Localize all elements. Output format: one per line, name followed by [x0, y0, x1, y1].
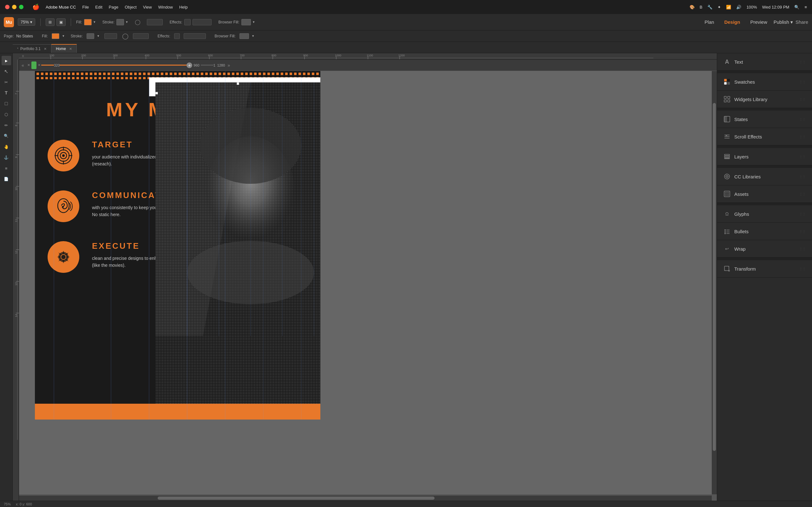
v-scrollbar-thumb[interactable]	[713, 103, 716, 451]
behance-icon: B	[700, 5, 703, 9]
panel-item-glyphs[interactable]: Ω Glyphs ⋮⋮	[717, 205, 812, 223]
svg-text:600: 600	[208, 54, 213, 57]
browser-fill-bar-swatch[interactable]	[240, 33, 249, 39]
panel-item-states[interactable]: States ⋮⋮	[717, 111, 812, 128]
panel-item-assets[interactable]: Assets ⋮⋮	[717, 185, 812, 203]
close-button[interactable]	[5, 5, 9, 9]
pen-tool[interactable]: ✏	[2, 120, 11, 130]
effects-bar-value[interactable]	[184, 33, 206, 39]
panel-item-layers[interactable]: Layers ⋮⋮	[717, 148, 812, 165]
svg-text:200: 200	[81, 54, 86, 57]
ruler-corner	[13, 53, 19, 60]
shape-tool[interactable]: ⬡	[2, 110, 11, 119]
scroll-effects-panel-label: Scroll Effects	[734, 134, 762, 139]
bp-current-1: 1	[213, 63, 215, 67]
publish-btn[interactable]: Publish ▾	[774, 19, 793, 25]
browser-fill-swatch[interactable]	[241, 19, 251, 25]
design-tab[interactable]: Design	[720, 18, 744, 26]
hand-tool[interactable]: 🤚	[2, 142, 11, 152]
fill-bar-dropdown[interactable]: ▾	[62, 34, 64, 38]
browser-fill-dropdown-icon[interactable]: ▾	[253, 20, 255, 24]
zoom-tool[interactable]: 🔍	[2, 131, 11, 141]
effects-group: Effects:	[170, 19, 212, 25]
crop-tool[interactable]: ✂	[2, 77, 11, 87]
horizontal-scrollbar[interactable]	[19, 496, 712, 501]
vertical-scrollbar[interactable]	[712, 60, 717, 494]
states-icon-svg	[724, 116, 730, 122]
creative-cloud-icon: 🎨	[690, 5, 695, 9]
panel-item-widgets-library[interactable]: Widgets Library ⋮⋮	[717, 91, 812, 108]
fill-dropdown-icon[interactable]: ▾	[94, 20, 96, 24]
effects-toggle[interactable]	[184, 19, 191, 25]
maximize-button[interactable]	[19, 5, 23, 9]
effects-value[interactable]	[193, 19, 212, 25]
stroke-bar-width[interactable]	[104, 33, 117, 39]
tab-portfolio[interactable]: * Portfolio 3.1 ✕	[13, 44, 51, 53]
panel-item-scroll-effects[interactable]: Scroll Effects ⋮⋮	[717, 128, 812, 146]
bp-add-breakpoint[interactable]: +	[187, 62, 192, 68]
canvas-scroll-area[interactable]: « ✕ ✕ 320 + 960 1 1280 »	[19, 60, 717, 494]
stroke-bar-dropdown[interactable]: ▾	[97, 34, 99, 38]
stroke-width-input[interactable]	[147, 19, 163, 25]
menu-file[interactable]: File	[82, 5, 89, 9]
bp-item-green[interactable]	[32, 61, 37, 69]
panel-item-transform[interactable]: Transform ⋮⋮	[717, 260, 812, 278]
frame-view-btn[interactable]: ▣	[56, 18, 66, 26]
rectangle-tool[interactable]: □	[2, 99, 11, 108]
sel-handle-top	[237, 82, 239, 85]
stroke-label: Stroke:	[102, 20, 114, 24]
bp-close-2[interactable]: ✕	[38, 63, 41, 67]
assets-panel-label: Assets	[734, 191, 749, 197]
browser-fill-bar-dropdown[interactable]: ▾	[252, 34, 254, 38]
fill-color-swatch[interactable]	[84, 19, 92, 25]
cc-libraries-panel-icon	[723, 173, 730, 180]
tab-home[interactable]: Home ✕	[51, 44, 77, 53]
move-tool[interactable]: ↖	[2, 66, 11, 76]
svg-rect-91	[724, 156, 729, 158]
widget-tool[interactable]: ≡	[2, 164, 11, 173]
text-tool[interactable]: T	[2, 88, 11, 98]
tab-home-label: Home	[56, 47, 66, 51]
corner-radius-btn[interactable]: ◯	[135, 19, 141, 25]
execute-icon	[54, 247, 73, 267]
menu-object[interactable]: Object	[125, 5, 137, 9]
menu-edit[interactable]: Edit	[95, 5, 102, 9]
panel-item-text[interactable]: A Text ⋮⋮	[717, 53, 812, 71]
notification-icon[interactable]: ≡	[804, 5, 807, 9]
stroke-bar-input[interactable]	[133, 33, 149, 39]
menu-view[interactable]: View	[143, 5, 152, 9]
panel-item-bullets[interactable]: Bullets ⋮⋮	[717, 223, 812, 240]
browser-fill-bar-label: Browser Fill:	[215, 34, 236, 38]
tab-home-close[interactable]: ✕	[69, 47, 72, 51]
layout-view-btn[interactable]: ⊞	[46, 18, 55, 26]
fill-bar-swatch[interactable]	[52, 33, 59, 39]
panel-item-wrap[interactable]: ↩ Wrap ⋮⋮	[717, 240, 812, 258]
svg-text:300: 300	[113, 54, 118, 57]
preview-tab[interactable]: Preview	[746, 18, 771, 26]
svg-rect-76	[724, 79, 727, 81]
anchor-tool[interactable]: ⚓	[2, 153, 11, 162]
breakpoint-left-arrow[interactable]: «	[19, 61, 27, 69]
menu-help[interactable]: Help	[179, 5, 188, 9]
stroke-bar-swatch[interactable]	[87, 33, 94, 39]
effects-bar-toggle[interactable]	[174, 33, 180, 39]
app-name-menu[interactable]: Adobe Muse CC	[46, 5, 76, 9]
panel-item-cc-libraries[interactable]: CC Libraries ⋮⋮	[717, 168, 812, 185]
zoom-selector[interactable]: 75% ▾	[18, 18, 35, 26]
search-icon[interactable]: 🔍	[794, 5, 799, 9]
h-scrollbar-thumb[interactable]	[158, 497, 435, 500]
page-tool[interactable]: 📄	[2, 174, 11, 184]
panel-item-swatches[interactable]: Swatches ⋮⋮	[717, 73, 812, 91]
share-btn[interactable]: Share	[796, 19, 808, 25]
select-tool[interactable]: ▸	[2, 56, 11, 65]
corner-bar-icon[interactable]: ◯	[122, 33, 129, 40]
minimize-button[interactable]	[12, 5, 16, 9]
menu-window[interactable]: Window	[158, 5, 173, 9]
stroke-dropdown-icon[interactable]: ▾	[126, 20, 128, 24]
breakpoint-right-arrow[interactable]: »	[225, 61, 233, 69]
plan-tab[interactable]: Plan	[701, 18, 718, 26]
tab-portfolio-close[interactable]: ✕	[44, 47, 47, 51]
bp-close-1[interactable]: ✕	[27, 63, 30, 67]
stroke-color-swatch[interactable]	[116, 19, 124, 25]
menu-page[interactable]: Page	[109, 5, 118, 9]
